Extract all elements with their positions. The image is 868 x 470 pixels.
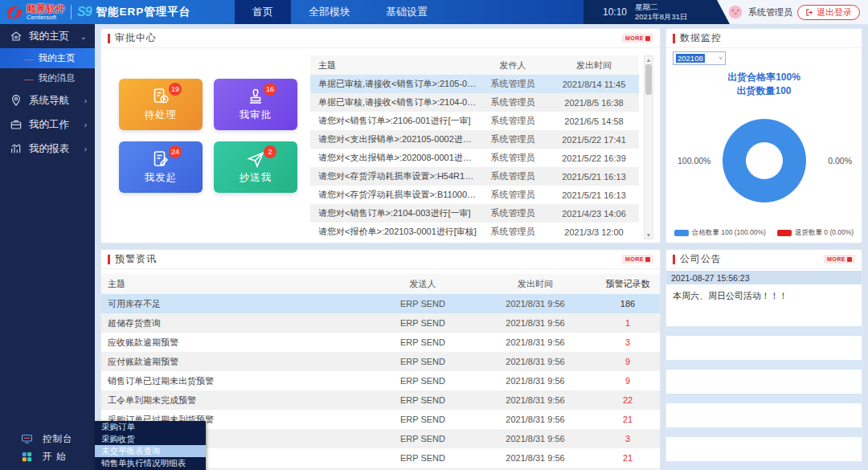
title-accent-bar — [673, 34, 675, 43]
approval-row[interactable]: 请您对<存货浮动耗损率设置>:B11000001进行[审核] 系统管理员 202… — [310, 186, 639, 204]
warning-more-button[interactable]: MORE — [622, 255, 653, 264]
context-menu-item-采购收货[interactable]: 采购收货 — [95, 433, 206, 445]
row-time: 2021/8/31 9:56 — [475, 299, 596, 309]
context-menu-item-未交平衡表查询[interactable]: 未交平衡表查询 — [95, 445, 206, 457]
row-sender: 系统管理员 — [477, 78, 549, 90]
col-time: 发出时间 — [475, 278, 596, 290]
row-sender: ERP SEND — [371, 337, 475, 347]
clock-date: 2021年8月31日 — [635, 12, 687, 22]
sidebar-item-我的主页[interactable]: 我的主页 ⌄ — [0, 24, 95, 48]
approval-center-title: 审批中心 — [115, 31, 157, 45]
row-topic: 应付账款逾期预警 — [101, 356, 371, 368]
logout-button[interactable]: 退出登录 — [797, 5, 860, 20]
row-time: 2021/8/31 9:56 — [475, 434, 596, 443]
topbar-tabs: 首页全部模块基础设置 — [235, 0, 445, 24]
approval-row[interactable]: 单据已审核,请接收<销售订单>:2104-002 系统管理员 2021/8/5 … — [310, 93, 639, 112]
scrollbar-thumb[interactable] — [645, 64, 652, 95]
count-badge: 19 — [169, 83, 182, 96]
announcement-more-button[interactable]: MORE — [824, 255, 855, 264]
warning-row[interactable]: 应付账款逾期预警 ERP SEND 2021/8/31 9:56 9 — [101, 352, 660, 371]
chevron-icon: › — [84, 96, 87, 105]
tile-抄送我[interactable]: 抄送我 2 — [214, 141, 297, 193]
count-badge: 24 — [169, 145, 182, 158]
legend-item: 合格数量 100 (100.00%) — [674, 228, 766, 238]
count-badge: 16 — [264, 83, 276, 96]
approval-row[interactable]: 请您对<支出报销单>:202105-0002进行[审核] 系统管理员 2021/… — [310, 130, 639, 149]
user-avatar[interactable] — [727, 4, 743, 20]
title-accent-bar — [673, 255, 675, 264]
product-title: 智能ERP管理平台 — [96, 5, 191, 19]
brand: 顺景软件 Centersoft S9 智能ERP管理平台 — [0, 0, 235, 24]
row-topic: 请您对<销售订单>:2106-001进行[一审] — [310, 115, 477, 127]
row-topic: 请您对<支出报销单>:202008-0001进行[审核] — [310, 152, 477, 164]
footer-item-开始[interactable]: 开 始 — [0, 448, 95, 465]
warning-row[interactable]: 超储存货查询 ERP SEND 2021/8/31 9:56 1 — [101, 313, 660, 333]
row-sender: 系统管理员 — [477, 96, 549, 108]
approval-row[interactable]: 请您对<报价单>:202103-0001进行[审核] 系统管理员 2021/3/… — [310, 223, 639, 241]
more-icon — [645, 36, 650, 41]
row-sender: 系统管理员 — [477, 152, 549, 164]
data-monitor-panel: 数据监控 202108 ˅ 出货合格率100% 出货数量100 100.00% … — [665, 28, 862, 243]
approval-row[interactable]: 请您对<存货浮动耗损率设置>:H54R15006002进行[审核] 系统管理员 … — [310, 167, 639, 186]
title-accent-bar — [108, 255, 110, 264]
paper-plane-icon — [246, 149, 265, 169]
period-select[interactable]: 202108 ˅ — [673, 51, 726, 65]
row-time: 2021/8/14 11:45 — [549, 80, 639, 89]
chevron-icon: ⌄ — [80, 32, 87, 41]
row-time: 2021/5/21 16:13 — [549, 190, 639, 200]
scroll-down-icon[interactable]: ▼ — [646, 232, 652, 238]
tile-我审批[interactable]: 我审批 16 — [214, 79, 297, 130]
tab-全部模块[interactable]: 全部模块 — [291, 0, 368, 24]
donut-ring — [723, 119, 806, 202]
context-menu-item-销售单执行情况明细表[interactable]: 销售单执行情况明细表 — [95, 457, 206, 469]
donut-right-label: 0.00% — [828, 156, 852, 166]
pending-doc-icon — [151, 87, 170, 106]
console-icon — [21, 433, 33, 445]
row-sender: ERP SEND — [371, 299, 475, 309]
row-time: 2021/8/5 16:38 — [549, 98, 639, 108]
approval-table-header: 主题 发件人 发出时间 — [310, 55, 639, 75]
warning-row[interactable]: 销售订单已过期未出货预警 ERP SEND 2021/8/31 9:56 9 — [101, 371, 660, 390]
sidebar-item-我的报表[interactable]: 我的报表 › — [0, 137, 95, 161]
tab-基础设置[interactable]: 基础设置 — [368, 0, 445, 24]
sidebar-subitem-我的主页[interactable]: — 我的主页 — [0, 48, 95, 68]
warning-row[interactable]: 工令单到期未完成预警 ERP SEND 2021/8/31 9:56 22 — [101, 390, 660, 410]
footer-item-控制台[interactable]: 控制台 — [0, 430, 95, 448]
scroll-up-icon[interactable]: ▲ — [646, 57, 652, 63]
warning-row[interactable]: 应收账款逾期预警 ERP SEND 2021/8/31 9:56 3 — [101, 333, 660, 352]
sidebar-item-系统导航[interactable]: 系统导航 › — [0, 88, 95, 112]
row-count: 3 — [596, 434, 660, 443]
tile-我发起[interactable]: 我发起 24 — [119, 141, 203, 193]
start-icon — [21, 451, 33, 463]
context-menu-item-采购订单[interactable]: 采购订单 — [95, 421, 206, 433]
doc-edit-icon — [151, 149, 170, 169]
approval-row[interactable]: 单据已审核,请接收<销售订单>:2105-001 系统管理员 2021/8/14… — [310, 75, 639, 93]
announcement-empty-rows — [666, 326, 862, 470]
sidebar-subitem-我的消息[interactable]: — 我的消息 — [0, 68, 95, 88]
topbar: 顺景软件 Centersoft S9 智能ERP管理平台 首页全部模块基础设置 … — [0, 0, 868, 24]
home-icon — [10, 30, 23, 43]
approval-more-button[interactable]: MORE — [622, 34, 653, 43]
approval-row[interactable]: 请您对<销售订单>:2104-003进行[一审] 系统管理员 2021/4/23… — [310, 204, 639, 223]
row-count: 1 — [596, 318, 660, 328]
chevron-down-icon: ˅ — [719, 55, 723, 62]
row-count: 186 — [596, 299, 660, 309]
tile-待处理[interactable]: 待处理 19 — [119, 79, 203, 130]
approval-row[interactable]: 请您对<支出报销单>:202008-0001进行[审核] 系统管理员 2021/… — [310, 149, 639, 167]
warning-row[interactable]: 可用库存不足 ERP SEND 2021/8/31 9:56 186 — [101, 294, 660, 313]
approval-row[interactable]: 请您对<销售订单>:2106-001进行[一审] 系统管理员 2021/6/5 … — [310, 112, 639, 130]
sidebar-item-我的工作[interactable]: 我的工作 › — [0, 112, 95, 137]
row-topic: 单据已审核,请接收<销售订单>:2105-001 — [310, 78, 477, 90]
company-logo-icon — [5, 2, 24, 22]
sidebar-nav: 我的主页 ⌄ — 我的主页 — 我的消息 系统导航 › 我的工作 › 我的报表 … — [0, 24, 95, 161]
row-sender: 系统管理员 — [477, 189, 549, 201]
announcement-date[interactable]: 2021-08-27 15:56:23 — [666, 271, 862, 284]
legend-item: 退货数量 0 (0.00%) — [777, 228, 854, 238]
user-zone: 系统管理员 退出登录 — [717, 0, 868, 24]
approval-scrollbar[interactable]: ▲ ▼ — [644, 55, 653, 239]
row-time: 2021/8/31 9:56 — [475, 415, 596, 424]
row-topic: 单据已审核,请接收<销售订单>:2104-002 — [310, 96, 477, 108]
row-sender: 系统管理员 — [477, 170, 549, 182]
tab-首页[interactable]: 首页 — [235, 0, 291, 24]
row-time: 2021/3/3 12:00 — [549, 227, 639, 237]
